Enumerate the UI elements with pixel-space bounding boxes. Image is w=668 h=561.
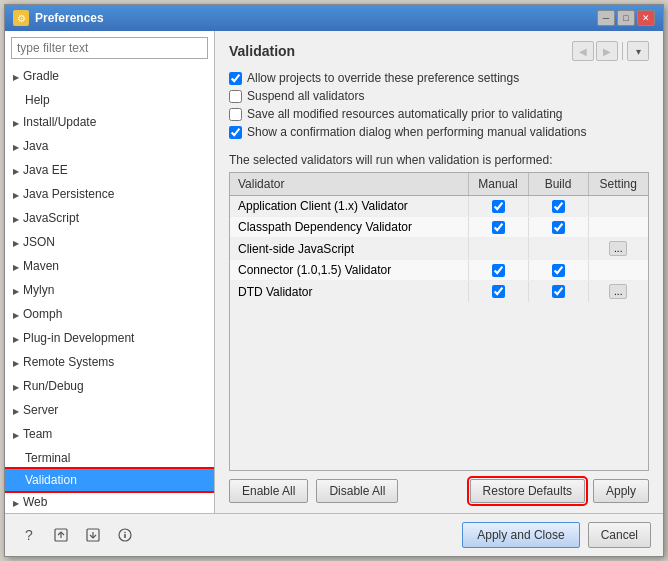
- apply-button[interactable]: Apply: [593, 479, 649, 503]
- title-controls: ─ □ ✕: [597, 10, 655, 26]
- validator-name: Connector (1.0,1.5) Validator: [230, 260, 468, 281]
- forward-button[interactable]: ▶: [596, 41, 618, 61]
- disable-all-button[interactable]: Disable All: [316, 479, 398, 503]
- bottom-buttons-row: Enable All Disable All Restore Defaults …: [229, 479, 649, 503]
- sidebar-item-help[interactable]: Help: [5, 89, 214, 111]
- cancel-button[interactable]: Cancel: [588, 522, 651, 548]
- settings-dots-button[interactable]: ...: [609, 284, 627, 299]
- checkbox-label-cb3: Save all modified resources automaticall…: [247, 107, 563, 121]
- settings-dots-button[interactable]: ...: [609, 241, 627, 256]
- checkbox-cb4[interactable]: [229, 126, 242, 139]
- manual-checkbox[interactable]: [492, 264, 505, 277]
- checkbox-cb1[interactable]: [229, 72, 242, 85]
- main-header: Validation ◀ ▶ ▾: [229, 41, 649, 61]
- manual-checkbox[interactable]: [492, 200, 505, 213]
- sidebar-item-install/update[interactable]: Install/Update: [5, 111, 214, 135]
- validator-name: Client-side JavaScript: [230, 238, 468, 260]
- table-row: Classpath Dependency Validator: [230, 217, 648, 238]
- sidebar-item-mylyn[interactable]: Mylyn: [5, 279, 214, 303]
- back-button[interactable]: ◀: [572, 41, 594, 61]
- col-build: Build: [528, 173, 588, 196]
- page-title: Validation: [229, 43, 295, 59]
- sidebar-tree: GradleHelpInstall/UpdateJavaJava EEJava …: [5, 65, 214, 513]
- table-row: DTD Validator...: [230, 281, 648, 303]
- info-button[interactable]: [113, 523, 137, 547]
- checkbox-row-cb2: Suspend all validators: [229, 89, 649, 103]
- build-checkbox[interactable]: [552, 200, 565, 213]
- apply-close-button[interactable]: Apply and Close: [462, 522, 579, 548]
- enable-all-button[interactable]: Enable All: [229, 479, 308, 503]
- dialog-footer: ?: [5, 513, 663, 556]
- dialog-title: Preferences: [35, 11, 104, 25]
- manual-checkbox[interactable]: [492, 221, 505, 234]
- table-section: The selected validators will run when va…: [229, 153, 649, 471]
- build-cell: [528, 217, 588, 238]
- minimize-button[interactable]: ─: [597, 10, 615, 26]
- table-inner: Validator Manual Build Setting Applicati…: [230, 173, 648, 470]
- export-prefs-button[interactable]: [49, 523, 73, 547]
- validators-table-container: Validator Manual Build Setting Applicati…: [229, 172, 649, 471]
- sidebar-item-team[interactable]: Team: [5, 423, 214, 447]
- sidebar-item-javascript[interactable]: JavaScript: [5, 207, 214, 231]
- restore-defaults-button[interactable]: Restore Defaults: [470, 479, 585, 503]
- sidebar-item-remote-systems[interactable]: Remote Systems: [5, 351, 214, 375]
- checkbox-row-cb1: Allow projects to override these prefere…: [229, 71, 649, 85]
- checkbox-label-cb4: Show a confirmation dialog when performi…: [247, 125, 587, 139]
- build-checkbox[interactable]: [552, 285, 565, 298]
- sidebar-item-gradle[interactable]: Gradle: [5, 65, 214, 89]
- nav-separator: [622, 42, 623, 60]
- footer-left: ?: [17, 523, 137, 547]
- title-bar: ⚙ Preferences ─ □ ✕: [5, 5, 663, 31]
- menu-button[interactable]: ▾: [627, 41, 649, 61]
- filter-input[interactable]: [11, 37, 208, 59]
- sidebar-item-java-persistence[interactable]: Java Persistence: [5, 183, 214, 207]
- validator-name: Application Client (1.x) Validator: [230, 196, 468, 217]
- checkbox-row-cb3: Save all modified resources automaticall…: [229, 107, 649, 121]
- build-checkbox[interactable]: [552, 264, 565, 277]
- build-cell: [528, 196, 588, 217]
- footer-right: Apply and Close Cancel: [462, 522, 651, 548]
- sidebar-item-json[interactable]: JSON: [5, 231, 214, 255]
- svg-point-3: [124, 532, 126, 534]
- validators-table: Validator Manual Build Setting Applicati…: [230, 173, 648, 303]
- validator-name: Classpath Dependency Validator: [230, 217, 468, 238]
- col-setting: Setting: [588, 173, 648, 196]
- checkbox-cb3[interactable]: [229, 108, 242, 121]
- checkbox-row-cb4: Show a confirmation dialog when performi…: [229, 125, 649, 139]
- manual-cell: [468, 281, 528, 303]
- maximize-button[interactable]: □: [617, 10, 635, 26]
- close-button[interactable]: ✕: [637, 10, 655, 26]
- build-checkbox[interactable]: [552, 221, 565, 234]
- dialog-icon: ⚙: [13, 10, 29, 26]
- manual-checkbox[interactable]: [492, 285, 505, 298]
- help-icon-button[interactable]: ?: [17, 523, 41, 547]
- build-cell: [528, 281, 588, 303]
- sidebar-item-java-ee[interactable]: Java EE: [5, 159, 214, 183]
- checkbox-cb2[interactable]: [229, 90, 242, 103]
- setting-cell: [588, 196, 648, 217]
- sidebar-item-validation[interactable]: Validation: [5, 469, 214, 491]
- sidebar-item-maven[interactable]: Maven: [5, 255, 214, 279]
- col-manual: Manual: [468, 173, 528, 196]
- svg-rect-4: [124, 534, 126, 538]
- checkbox-label-cb2: Suspend all validators: [247, 89, 364, 103]
- build-cell: [528, 260, 588, 281]
- manual-cell: [468, 238, 528, 260]
- sidebar-item-web[interactable]: Web: [5, 491, 214, 513]
- validator-name: DTD Validator: [230, 281, 468, 303]
- title-bar-left: ⚙ Preferences: [13, 10, 104, 26]
- import-prefs-button[interactable]: [81, 523, 105, 547]
- manual-cell: [468, 217, 528, 238]
- sidebar-item-run/debug[interactable]: Run/Debug: [5, 375, 214, 399]
- sidebar-item-server[interactable]: Server: [5, 399, 214, 423]
- sidebar-item-plug-in-development[interactable]: Plug-in Development: [5, 327, 214, 351]
- manual-cell: [468, 196, 528, 217]
- table-row: Connector (1.0,1.5) Validator: [230, 260, 648, 281]
- sidebar-item-terminal[interactable]: Terminal: [5, 447, 214, 469]
- table-label: The selected validators will run when va…: [229, 153, 649, 167]
- main-content: Validation ◀ ▶ ▾ Allow projects to overr…: [215, 31, 663, 513]
- table-row: Client-side JavaScript...: [230, 238, 648, 260]
- sidebar-item-java[interactable]: Java: [5, 135, 214, 159]
- setting-cell: ...: [588, 281, 648, 303]
- sidebar-item-oomph[interactable]: Oomph: [5, 303, 214, 327]
